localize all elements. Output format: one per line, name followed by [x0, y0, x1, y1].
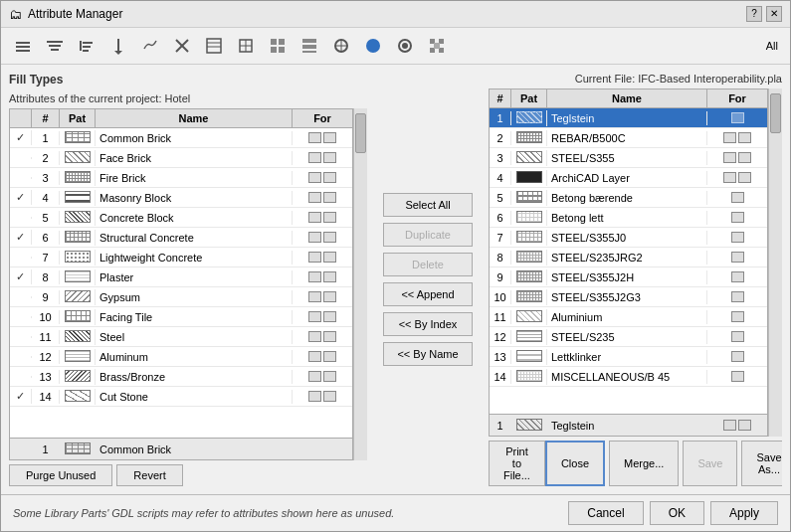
- right-table-row[interactable]: 3 STEEL/S355: [490, 148, 767, 168]
- toolbar-btn-13[interactable]: [391, 32, 419, 60]
- revert-button[interactable]: Revert: [116, 464, 182, 486]
- svg-rect-22: [271, 47, 277, 53]
- rrow-pat: [511, 190, 547, 206]
- right-table-row[interactable]: 2 REBAR/B500C: [490, 128, 767, 148]
- toolbar-btn-7[interactable]: [200, 32, 228, 60]
- rbottom-name: Teglstein: [547, 419, 707, 433]
- rrow-for: [707, 350, 767, 363]
- right-table-row[interactable]: 1 Teglstein: [490, 108, 767, 128]
- svg-rect-3: [47, 41, 63, 43]
- left-scrollbar[interactable]: [353, 108, 367, 460]
- help-button[interactable]: ?: [746, 6, 762, 22]
- toolbar-btn-11[interactable]: [327, 32, 355, 60]
- attribute-manager-window: 🗂 Attribute Manager ? ✕: [0, 0, 791, 532]
- table-row[interactable]: 13 Brass/Bronze: [10, 367, 352, 387]
- table-row[interactable]: 3 Fire Brick: [10, 168, 352, 188]
- row-pat: [60, 349, 96, 365]
- toolbar-btn-3[interactable]: [73, 32, 100, 60]
- left-panel-actions: Purge Unused Revert: [9, 464, 367, 486]
- right-table-row[interactable]: 12 STEEL/S235: [490, 327, 767, 347]
- table-row[interactable]: ✓ 14 Cut Stone: [10, 387, 352, 407]
- right-table-row[interactable]: 9 STEEL/S355J2H: [490, 267, 767, 287]
- table-row[interactable]: ✓ 1 Common Brick: [10, 128, 352, 148]
- table-row[interactable]: 11 Steel: [10, 327, 352, 347]
- table-row[interactable]: 5 Concrete Block: [10, 208, 352, 228]
- by-name-button[interactable]: << By Name: [383, 342, 473, 366]
- table-row[interactable]: 10 Facing Tile: [10, 307, 352, 327]
- by-index-button[interactable]: << By Index: [383, 312, 473, 336]
- close-button[interactable]: Close: [545, 441, 605, 486]
- right-table-row[interactable]: 11 Aluminium: [490, 307, 767, 327]
- row-pat: [60, 230, 96, 246]
- right-table-row[interactable]: 6 Betong lett: [490, 208, 767, 228]
- toolbar-btn-9[interactable]: [264, 32, 292, 60]
- append-button[interactable]: << Append: [383, 282, 473, 306]
- row-pat: [60, 150, 96, 166]
- row-for: [293, 211, 352, 224]
- main-panels: Fill Types Attributes of the current pro…: [1, 65, 790, 494]
- row-check: [10, 157, 32, 159]
- col-num: #: [32, 109, 60, 127]
- bottom-name: Common Brick: [96, 443, 293, 456]
- right-table-row[interactable]: 8 STEEL/S235JRG2: [490, 248, 767, 267]
- toolbar-btn-2[interactable]: [41, 32, 69, 60]
- table-row[interactable]: ✓ 4 Masonry Block: [10, 188, 352, 208]
- row-name: Face Brick: [96, 151, 293, 165]
- purge-unused-button[interactable]: Purge Unused: [9, 464, 112, 486]
- merge-button[interactable]: Merge...: [609, 441, 679, 486]
- delete-button[interactable]: Delete: [383, 253, 473, 276]
- row-num: 9: [32, 290, 60, 304]
- svg-rect-21: [279, 39, 285, 45]
- table-row[interactable]: 9 Gypsum: [10, 287, 352, 307]
- row-pat: [60, 289, 96, 305]
- close-window-button[interactable]: ✕: [766, 6, 782, 22]
- bottom-check: [10, 448, 32, 450]
- rrow-pat: [511, 369, 547, 385]
- rbottom-for: [707, 419, 767, 432]
- toolbar-btn-8[interactable]: [232, 32, 260, 60]
- toolbar-btn-10[interactable]: [296, 32, 323, 60]
- row-check: ✓: [10, 269, 32, 284]
- col-check: [10, 109, 32, 127]
- right-table-row[interactable]: 5 Betong bærende: [490, 188, 767, 208]
- rrow-name: STEEL/S355: [547, 151, 707, 165]
- rrow-num: 7: [490, 231, 511, 245]
- right-table-row[interactable]: 14 MISCELLANEOUS/B 45: [490, 367, 767, 387]
- all-label[interactable]: All: [762, 38, 782, 54]
- ok-button[interactable]: OK: [650, 501, 704, 525]
- rrow-name: Betong bærende: [547, 191, 707, 205]
- toolbar-btn-12[interactable]: [359, 32, 387, 60]
- toolbar-btn-14[interactable]: [423, 32, 451, 60]
- right-table-header: # Pat Name For: [490, 89, 767, 108]
- table-row[interactable]: ✓ 8 Plaster: [10, 267, 352, 287]
- row-for: [293, 171, 352, 184]
- cancel-button[interactable]: Cancel: [568, 501, 643, 525]
- right-table-row[interactable]: 10 STEEL/S355J2G3: [490, 287, 767, 307]
- table-row[interactable]: 2 Face Brick: [10, 148, 352, 168]
- table-row[interactable]: ✓ 6 Structural Concrete: [10, 228, 352, 248]
- right-scrollbar[interactable]: [768, 89, 782, 437]
- save-as-button[interactable]: Save As...: [741, 441, 782, 486]
- toolbar-btn-5[interactable]: [136, 32, 164, 60]
- window-title: Attribute Manager: [28, 7, 122, 21]
- table-row[interactable]: 7 Lightweight Concrete: [10, 248, 352, 267]
- toolbar-btn-4[interactable]: [104, 32, 132, 60]
- row-num: 8: [32, 270, 60, 284]
- table-row[interactable]: 12 Aluminum: [10, 347, 352, 367]
- right-table-row[interactable]: 7 STEEL/S355J0: [490, 228, 767, 248]
- print-to-file-button[interactable]: Print to File...: [489, 441, 545, 486]
- duplicate-button[interactable]: Duplicate: [383, 223, 473, 247]
- toolbar-btn-1[interactable]: [9, 32, 37, 60]
- rrow-for: [707, 191, 767, 204]
- row-check: ✓: [10, 130, 32, 145]
- row-name: Fire Brick: [96, 171, 293, 185]
- select-all-button[interactable]: Select All: [383, 193, 473, 217]
- apply-button[interactable]: Apply: [710, 501, 778, 525]
- toolbar-btn-6[interactable]: [168, 32, 196, 60]
- right-table-row[interactable]: 13 Lettklinker: [490, 347, 767, 367]
- right-table-row[interactable]: 4 ArchiCAD Layer: [490, 168, 767, 188]
- svg-rect-8: [83, 46, 91, 48]
- row-num: 11: [32, 330, 60, 344]
- save-button[interactable]: Save: [683, 441, 737, 486]
- rrow-pat: [511, 329, 547, 345]
